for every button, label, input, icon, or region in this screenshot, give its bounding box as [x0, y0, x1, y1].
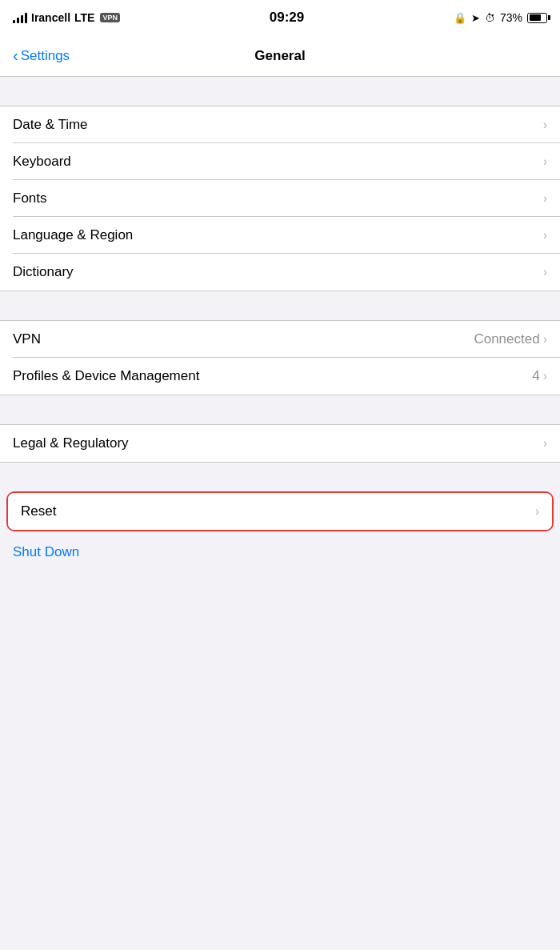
- row-label-fonts: Fonts: [13, 190, 47, 206]
- row-right: ›: [543, 118, 547, 132]
- settings-group-1: Date & Time › Keyboard › Fonts › Languag…: [0, 106, 560, 291]
- network-type: LTE: [74, 11, 94, 24]
- chevron-right-icon: ›: [543, 369, 547, 383]
- vpn-status: Connected: [474, 331, 539, 347]
- status-right: 🔒 ➤ ⏱ 73%: [454, 11, 547, 24]
- nav-bar: ‹ Settings General: [0, 35, 560, 77]
- status-time: 09:29: [270, 10, 304, 26]
- list-item[interactable]: Legal & Regulatory ›: [0, 425, 560, 462]
- row-label-keyboard: Keyboard: [13, 154, 71, 170]
- row-right: Connected ›: [474, 331, 547, 347]
- list-item[interactable]: Keyboard ›: [0, 143, 560, 180]
- list-item[interactable]: Dictionary ›: [0, 254, 560, 291]
- row-label-vpn: VPN: [13, 331, 41, 347]
- chevron-right-icon: ›: [543, 191, 547, 206]
- row-label-legal: Legal & Regulatory: [13, 435, 129, 451]
- chevron-right-icon: ›: [543, 436, 547, 451]
- section-gap-2: [0, 291, 560, 320]
- section-gap-4: [0, 463, 560, 491]
- vpn-badge: VPN: [100, 13, 120, 22]
- back-label: Settings: [21, 48, 70, 64]
- list-item[interactable]: VPN Connected ›: [0, 321, 560, 358]
- list-item[interactable]: Profiles & Device Management 4 ›: [0, 358, 560, 395]
- battery-percent: 73%: [500, 11, 522, 24]
- chevron-right-icon: ›: [535, 504, 539, 519]
- shut-down-button[interactable]: Shut Down: [13, 544, 79, 560]
- lock-icon: 🔒: [454, 12, 466, 24]
- status-bar: Irancell LTE VPN 09:29 🔒 ➤ ⏱ 73%: [0, 0, 560, 35]
- battery-icon: [527, 13, 547, 23]
- status-left: Irancell LTE VPN: [13, 11, 120, 24]
- carrier-name: Irancell: [31, 11, 70, 24]
- profiles-count: 4: [532, 368, 539, 384]
- chevron-right-icon: ›: [543, 228, 547, 243]
- back-button[interactable]: ‹ Settings: [13, 48, 70, 64]
- signal-bars-icon: [13, 12, 27, 23]
- row-label-profiles: Profiles & Device Management: [13, 368, 199, 384]
- row-right: ›: [543, 436, 547, 451]
- section-gap-top: [0, 77, 560, 106]
- row-label-reset: Reset: [21, 503, 56, 519]
- chevron-right-icon: ›: [543, 154, 547, 169]
- page-title: General: [254, 48, 305, 64]
- row-right: ›: [535, 504, 539, 519]
- row-right: ›: [543, 191, 547, 206]
- chevron-right-icon: ›: [543, 265, 547, 279]
- alarm-icon: ⏱: [485, 12, 495, 24]
- location-icon: ➤: [471, 12, 480, 24]
- chevron-right-icon: ›: [543, 118, 547, 132]
- row-right: ›: [543, 265, 547, 279]
- chevron-left-icon: ‹: [13, 47, 18, 63]
- row-right: ›: [543, 228, 547, 243]
- row-right: ›: [543, 154, 547, 169]
- settings-group-3: Legal & Regulatory ›: [0, 424, 560, 463]
- chevron-right-icon: ›: [543, 332, 547, 347]
- shut-down-section: Shut Down: [0, 531, 560, 573]
- row-right: 4 ›: [532, 368, 547, 384]
- list-item[interactable]: Date & Time ›: [0, 106, 560, 143]
- settings-group-2: VPN Connected › Profiles & Device Manage…: [0, 320, 560, 395]
- section-gap-3: [0, 395, 560, 424]
- row-label-language: Language & Region: [13, 227, 133, 243]
- reset-row[interactable]: Reset ›: [8, 493, 552, 530]
- row-label-date-time: Date & Time: [13, 117, 88, 133]
- row-label-dictionary: Dictionary: [13, 264, 74, 280]
- list-item[interactable]: Language & Region ›: [0, 217, 560, 254]
- list-item[interactable]: Fonts ›: [0, 180, 560, 217]
- reset-group: Reset ›: [6, 491, 554, 531]
